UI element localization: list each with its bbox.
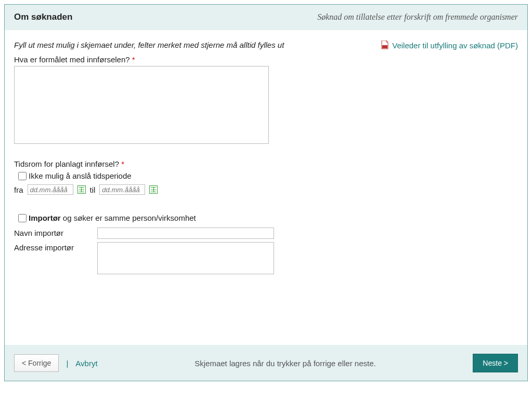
estimate-checkbox-row: Ikke mulig å anslå tidsperiode (14, 171, 518, 180)
same-person-checkbox[interactable] (18, 214, 27, 222)
from-date-input[interactable] (28, 184, 73, 195)
importer-name-label: Navn importør (14, 228, 97, 237)
importer-checkbox-row: Importør og søker er samme person/virkso… (14, 213, 518, 222)
importer-address-textarea[interactable] (97, 242, 274, 274)
footer-info: Skjemaet lagres når du trykker på forrig… (98, 359, 473, 368)
cancel-link[interactable]: Avbryt (75, 359, 97, 368)
top-row: Fyll ut mest mulig i skjemaet under, fel… (14, 41, 518, 50)
pdf-icon (381, 41, 389, 50)
form-container: Om søknaden Søknad om tillatelse etter f… (4, 4, 528, 381)
importer-address-row: Adresse importør (14, 242, 518, 274)
date-row: fra til (14, 184, 518, 195)
cannot-estimate-checkbox[interactable] (18, 172, 27, 180)
calendar-icon[interactable] (149, 185, 158, 194)
content-area: Fyll ut mest mulig i skjemaet under, fel… (5, 30, 527, 345)
cannot-estimate-label: Ikke mulig å anslå tidsperiode (29, 171, 132, 180)
purpose-label: Hva er formålet med innførselen? * (14, 55, 518, 64)
separator: | (66, 359, 68, 368)
next-button[interactable]: Neste > (473, 354, 518, 372)
pdf-guide-link[interactable]: Veileder til utfylling av søknad (PDF) (381, 41, 518, 50)
from-label: fra (14, 185, 23, 194)
purpose-textarea[interactable] (14, 66, 269, 144)
required-mark: * (132, 55, 135, 64)
form-subtitle: Søknad om tillatelse etter forskrift om … (317, 12, 518, 22)
importer-section: Importør og søker er samme person/virkso… (14, 213, 518, 274)
timeframe-label: Tidsrom for planlagt innførsel? * (14, 159, 518, 168)
previous-button[interactable]: < Forrige (14, 354, 59, 372)
to-date-input[interactable] (99, 184, 145, 195)
instructions-text: Fyll ut mest mulig i skjemaet under, fel… (14, 41, 284, 49)
page-title: Om søknaden (14, 12, 72, 22)
calendar-icon[interactable] (77, 185, 86, 194)
required-mark: * (121, 159, 124, 168)
svg-rect-0 (382, 45, 387, 48)
importer-checkbox-label: Importør og søker er samme person/virkso… (29, 213, 196, 222)
footer: < Forrige | Avbryt Skjemaet lagres når d… (5, 345, 527, 381)
importer-name-row: Navn importør (14, 228, 518, 239)
form-header: Om søknaden Søknad om tillatelse etter f… (5, 5, 527, 30)
to-label: til (90, 185, 96, 194)
importer-address-label: Adresse importør (14, 242, 97, 252)
importer-name-input[interactable] (97, 228, 274, 239)
pdf-link-text: Veileder til utfylling av søknad (PDF) (392, 41, 518, 50)
